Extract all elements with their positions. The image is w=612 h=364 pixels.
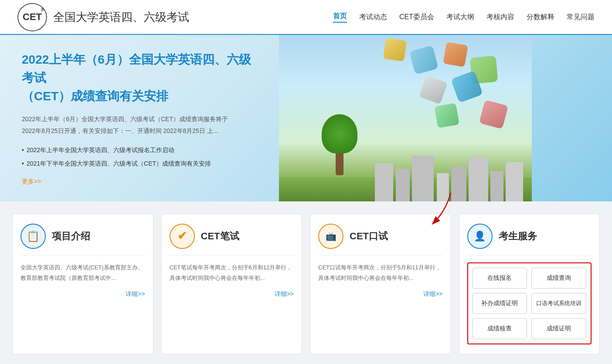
service-buttons-grid: 在线报名 成绩查询 补办成绩证明 口语考试系统培训 成绩核查 成绩证明 [467, 262, 592, 344]
hero-description: 2022年上半年（6月）全国大学英语四、六级考试（CET）成绩查询服务将于202… [22, 113, 231, 136]
site-title: 全国大学英语四、六级考试 [53, 10, 189, 25]
cards-section: 📋 项目介绍 全国大学英语四、六级考试(CET)系教育部主办、教育部教育考试院（… [0, 201, 612, 364]
card-intro-footer: 详细>> [20, 290, 145, 298]
hero-more-link[interactable]: 更多>> [22, 178, 41, 185]
card-written-icon: ✔ [170, 224, 195, 249]
tree-top [322, 114, 357, 153]
bullet-icon-2: • [22, 157, 24, 170]
card-written-footer: 详细>> [170, 290, 294, 298]
card-intro-title: 项目介绍 [52, 230, 90, 243]
hero-title: 2022上半年（6月）全国大学英语四、六级考试（CET）成绩查询有关安排 [22, 51, 257, 105]
hero-image-area [279, 35, 532, 201]
card-written-title: CET笔试 [201, 230, 239, 243]
card-oral-title: CET口试 [350, 230, 388, 243]
floating-cube-2 [443, 42, 468, 67]
card-service-header: 👤 考生服务 [467, 224, 592, 255]
service-btn-score-cert[interactable]: 成绩证明 [531, 318, 586, 339]
nav-item-content[interactable]: 考核内容 [486, 13, 514, 22]
red-arrow-svg [385, 188, 473, 232]
nav-item-committee[interactable]: CET委员会 [399, 13, 434, 22]
nav-item-syllabus[interactable]: 考试大纲 [446, 13, 474, 22]
card-written-header: ✔ CET笔试 [170, 224, 294, 255]
hero-news-list: • 2022年上半年全国大学英语四、六级考试报名工作启动 • 2021年下半年全… [22, 143, 257, 170]
card-oral-link[interactable]: 详细>> [423, 290, 442, 297]
card-intro: 📋 项目介绍 全国大学英语四、六级考试(CET)系教育部主办、教育部教育考试院（… [12, 214, 153, 354]
service-btn-cert-reissue[interactable]: 补办成绩证明 [473, 293, 527, 314]
card-oral: 📺 CET口试 CET口试每年开考两次，分别于5月和11月举行，具体考试时间我中… [310, 214, 451, 354]
nav-item-news[interactable]: 考试动态 [359, 13, 387, 22]
service-btn-score-query[interactable]: 成绩查询 [531, 268, 586, 289]
header: CET ® 全国大学英语四、六级考试 首页 考试动态 CET委员会 考试大纲 考… [0, 0, 612, 35]
card-service: 👤 考生服务 在线报名 成绩查询 补办成绩证明 口语考试系统培训 成绩核查 成绩… [459, 214, 600, 354]
logo-circle: CET ® [17, 3, 47, 31]
news-item-1[interactable]: • 2022年上半年全国大学英语四、六级考试报名工作启动 [22, 143, 257, 157]
nav-item-faq[interactable]: 常见问题 [567, 13, 595, 22]
logo-text: CET [23, 11, 42, 23]
bullet-icon: • [22, 143, 24, 157]
hero-content: 2022上半年（6月）全国大学英语四、六级考试（CET）成绩查询有关安排 202… [0, 35, 279, 201]
card-oral-footer: 详细>> [318, 290, 443, 298]
service-btn-register[interactable]: 在线报名 [473, 268, 527, 289]
service-btn-score-check[interactable]: 成绩核查 [473, 318, 527, 339]
news-item-2[interactable]: • 2021年下半年全国大学英语四、六级考试（CET）成绩查询有关安排 [22, 157, 257, 170]
nav-item-home[interactable]: 首页 [333, 12, 347, 23]
card-written-link[interactable]: 详细>> [275, 290, 294, 297]
card-written: ✔ CET笔试 CET笔试每年开考两次，分别于6月和12月举行，具体考试时间我中… [161, 214, 303, 354]
card-written-body: CET笔试每年开考两次，分别于6月和12月举行，具体考试时间我中心将会在每年年初… [170, 262, 294, 284]
hero-section: 2022上半年（6月）全国大学英语四、六级考试（CET）成绩查询有关安排 202… [0, 35, 612, 201]
service-btn-oral-training[interactable]: 口语考试系统培训 [531, 293, 586, 314]
card-intro-header: 📋 项目介绍 [20, 224, 145, 255]
logo-registered: ® [41, 7, 44, 12]
card-intro-icon: 📋 [20, 224, 46, 249]
main-nav: 首页 考试动态 CET委员会 考试大纲 考核内容 分数解释 常见问题 [333, 12, 595, 23]
floating-cube-6 [383, 38, 407, 61]
floating-cube-8 [434, 103, 459, 128]
card-oral-body: CET口试每年开考两次，分别于5月和11月举行，具体考试时间我中心将会在每年年初… [318, 262, 443, 284]
nav-item-score[interactable]: 分数解释 [527, 13, 554, 22]
card-oral-icon: 📺 [318, 224, 343, 249]
card-intro-link[interactable]: 详细>> [126, 290, 145, 297]
card-service-title: 考生服务 [499, 230, 537, 243]
card-intro-body: 全国大学英语四、六级考试(CET)系教育部主办、教育部教育考试院（原教育部考试中… [20, 262, 145, 284]
logo-area: CET ® 全国大学英语四、六级考试 [17, 3, 189, 31]
